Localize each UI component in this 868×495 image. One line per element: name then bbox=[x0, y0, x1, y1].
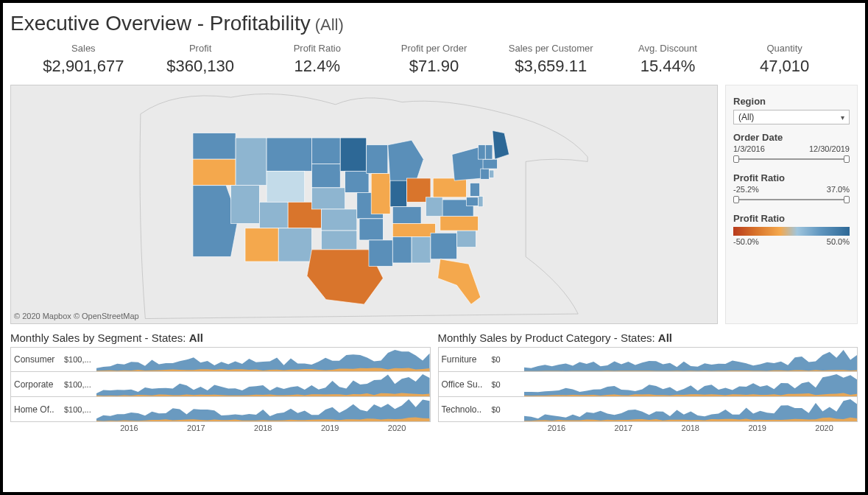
state-me[interactable] bbox=[493, 130, 509, 159]
profit-ratio-slider[interactable] bbox=[733, 195, 850, 204]
kpi-sales-per-customer: Sales per Customer $3,659.11 bbox=[493, 43, 610, 76]
chevron-down-icon: ▾ bbox=[841, 113, 844, 122]
filter-region-label: Region bbox=[733, 96, 850, 107]
state-ok[interactable] bbox=[321, 231, 356, 250]
state-nh[interactable] bbox=[485, 145, 493, 159]
xtick: 2019 bbox=[724, 424, 791, 432]
spark-row[interactable]: Home Of.. $100,... bbox=[10, 397, 431, 422]
state-nj[interactable] bbox=[470, 183, 480, 196]
state-ks[interactable] bbox=[321, 209, 356, 231]
state-in[interactable] bbox=[390, 180, 407, 207]
page-title: Executive Overview - Profitability bbox=[10, 12, 311, 35]
state-il[interactable] bbox=[371, 174, 390, 214]
state-la[interactable] bbox=[369, 240, 392, 267]
slider-thumb-right[interactable] bbox=[844, 155, 850, 163]
kpi-profit: Profit $360,130 bbox=[142, 43, 259, 76]
state-wa[interactable] bbox=[193, 133, 236, 160]
spark-yaxis: $0 bbox=[492, 405, 524, 414]
state-tn[interactable] bbox=[392, 223, 435, 236]
order-date-slider[interactable] bbox=[733, 155, 850, 164]
spark-yaxis: $0 bbox=[492, 380, 524, 389]
category-panel-title: Monthly Sales by Product Category - Stat… bbox=[438, 331, 858, 347]
spark-label: Home Of.. bbox=[11, 404, 64, 415]
spark-row[interactable]: Technolo.. $0 bbox=[438, 397, 858, 422]
svg-marker-4 bbox=[96, 399, 430, 421]
spark-label: Consumer bbox=[11, 354, 64, 365]
profit-ratio-min: -25.2% bbox=[733, 185, 759, 194]
segment-xaxis: 20162017201820192020 bbox=[10, 424, 431, 432]
state-ut[interactable] bbox=[259, 202, 288, 228]
state-nv[interactable] bbox=[231, 186, 260, 224]
state-sd[interactable] bbox=[311, 164, 340, 188]
slider-thumb-left[interactable] bbox=[733, 155, 739, 163]
spark-row[interactable]: Furniture $0 bbox=[438, 347, 858, 372]
title-prefix: Monthly Sales by Segment - States: bbox=[10, 331, 189, 344]
state-ar[interactable] bbox=[359, 219, 383, 240]
state-ga[interactable] bbox=[431, 233, 457, 259]
spark-label: Corporate bbox=[11, 379, 64, 390]
kpi-label: Sales bbox=[25, 43, 142, 57]
state-de[interactable] bbox=[479, 197, 483, 207]
kpi-value: $2,901,677 bbox=[25, 57, 142, 76]
state-wy[interactable] bbox=[267, 171, 305, 202]
state-ma[interactable] bbox=[483, 159, 497, 169]
dashboard: Executive Overview - Profitability (All)… bbox=[0, 0, 868, 495]
xtick: 2017 bbox=[163, 424, 230, 432]
spark-chart[interactable] bbox=[96, 348, 430, 371]
state-az[interactable] bbox=[245, 228, 278, 261]
state-or[interactable] bbox=[193, 159, 236, 186]
state-fl[interactable] bbox=[438, 259, 481, 304]
state-wi[interactable] bbox=[367, 145, 388, 174]
kpi-row: Sales $2,901,677 Profit $360,130 Profit … bbox=[10, 43, 858, 85]
legend-min: -50.0% bbox=[733, 237, 759, 246]
slider-thumb-left[interactable] bbox=[733, 196, 739, 203]
state-ri[interactable] bbox=[489, 170, 493, 178]
state-wv[interactable] bbox=[426, 197, 442, 217]
xtick: 2018 bbox=[230, 424, 297, 432]
state-al[interactable] bbox=[412, 236, 431, 263]
filter-region-select[interactable]: (All) ▾ bbox=[733, 110, 850, 124]
spark-row[interactable]: Office Su.. $0 bbox=[438, 372, 858, 397]
spark-chart[interactable] bbox=[524, 397, 858, 421]
xtick: 2016 bbox=[523, 424, 590, 432]
state-ky[interactable] bbox=[392, 207, 421, 224]
state-ne[interactable] bbox=[311, 188, 345, 209]
segment-panel-title: Monthly Sales by Segment - States: All bbox=[10, 331, 431, 347]
state-mi[interactable] bbox=[388, 140, 423, 183]
state-vt[interactable] bbox=[479, 145, 486, 159]
state-nd[interactable] bbox=[311, 138, 340, 164]
state-pa[interactable] bbox=[433, 178, 466, 197]
filter-profit-ratio-label: Profit Ratio bbox=[733, 172, 850, 183]
svg-marker-8 bbox=[524, 374, 858, 396]
spark-yaxis: $100,... bbox=[64, 380, 96, 389]
map-panel[interactable]: © 2020 Mapbox © OpenStreetMap bbox=[10, 85, 718, 324]
spark-yaxis: $100,... bbox=[64, 355, 96, 364]
slider-thumb-right[interactable] bbox=[844, 196, 850, 203]
xtick: 2020 bbox=[364, 424, 431, 432]
kpi-label: Quantity bbox=[726, 43, 843, 57]
state-md[interactable] bbox=[466, 197, 478, 206]
state-nm[interactable] bbox=[278, 228, 311, 261]
state-sc[interactable] bbox=[456, 231, 476, 248]
kpi-quantity: Quantity 47,010 bbox=[726, 43, 843, 76]
spark-chart[interactable] bbox=[96, 397, 430, 421]
kpi-value: $71.90 bbox=[375, 57, 493, 76]
spark-row[interactable]: Corporate $100,... bbox=[10, 372, 431, 397]
state-ms[interactable] bbox=[392, 236, 412, 263]
state-mt[interactable] bbox=[267, 138, 311, 171]
state-nc[interactable] bbox=[440, 217, 479, 231]
spark-chart[interactable] bbox=[524, 348, 858, 371]
spark-row[interactable]: Consumer $100,... bbox=[10, 347, 431, 372]
spark-chart[interactable] bbox=[524, 372, 858, 396]
legend-gradient bbox=[733, 227, 850, 236]
state-ia[interactable] bbox=[345, 171, 369, 192]
kpi-profit-per-order: Profit per Order $71.90 bbox=[375, 43, 493, 76]
state-id[interactable] bbox=[236, 138, 267, 186]
spark-chart[interactable] bbox=[96, 372, 430, 396]
state-ct[interactable] bbox=[481, 169, 490, 179]
us-map[interactable] bbox=[11, 85, 717, 323]
state-mn[interactable] bbox=[340, 138, 367, 171]
xtick: 2017 bbox=[590, 424, 657, 432]
kpi-profit-ratio: Profit Ratio 12.4% bbox=[258, 43, 375, 76]
kpi-value: $3,659.11 bbox=[493, 57, 610, 76]
